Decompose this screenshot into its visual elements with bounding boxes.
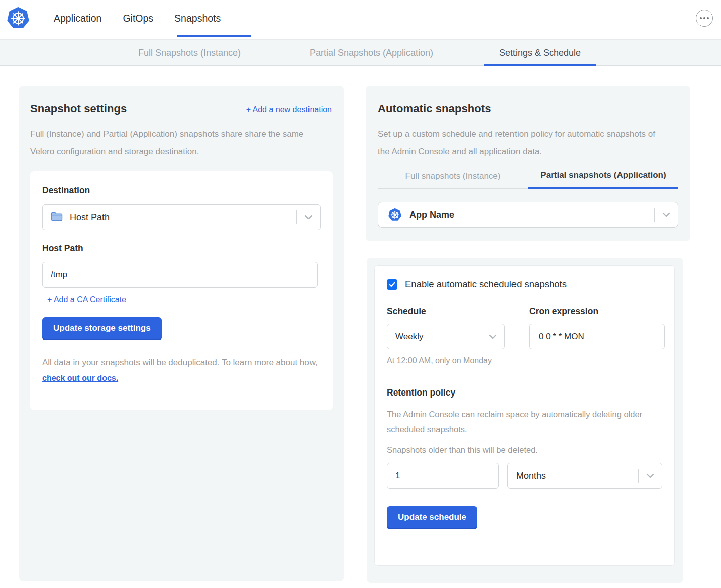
nav-item-snapshots[interactable]: Snapshots	[174, 13, 221, 24]
nav-item-application[interactable]: Application	[54, 13, 101, 24]
tab-partial-snapshots-application[interactable]: Partial Snapshots (Application)	[310, 40, 433, 66]
subtab-partial-snapshots-application[interactable]: Partial snapshots (Application)	[528, 170, 678, 189]
schedule-label: Schedule	[387, 306, 505, 317]
chevron-down-icon	[655, 212, 678, 217]
destination-value: Host Path	[70, 212, 110, 223]
active-tab-underline	[484, 64, 596, 66]
snapshot-settings-description: Full (Instance) and Partial (Application…	[30, 125, 328, 160]
chevron-down-icon	[639, 473, 662, 478]
add-ca-certificate-link[interactable]: + Add a CA Certificate	[47, 295, 126, 304]
dedupe-note: All data in your snapshots will be dedup…	[42, 355, 322, 386]
app-icon	[388, 208, 401, 221]
retention-unit-select[interactable]: Months	[507, 463, 662, 489]
schedule-card: Enable automatic scheduled snapshots Sch…	[374, 265, 675, 566]
tab-full-snapshots-instance[interactable]: Full Snapshots (Instance)	[138, 40, 241, 66]
add-destination-link[interactable]: + Add a new destination	[246, 105, 332, 114]
snapshots-tab-bar: Full Snapshots (Instance) Partial Snapsh…	[0, 39, 721, 66]
cron-expression-input[interactable]	[529, 324, 665, 349]
chevron-down-icon	[481, 334, 504, 339]
retention-policy-title: Retention policy	[387, 387, 662, 398]
host-path-input[interactable]	[42, 262, 318, 288]
automatic-snapshots-title: Automatic snapshots	[378, 102, 491, 115]
enable-snapshots-row: Enable automatic scheduled snapshots	[387, 279, 662, 290]
overflow-menu-button[interactable]	[696, 10, 713, 27]
docs-link[interactable]: check out our docs.	[42, 374, 118, 382]
update-schedule-button[interactable]: Update schedule	[387, 506, 477, 528]
retention-inputs-row: Months	[387, 463, 662, 489]
top-navigation: Application GitOps Snapshots	[0, 0, 721, 39]
schedule-panel: Enable automatic scheduled snapshots Sch…	[367, 258, 683, 583]
retention-policy-description: The Admin Console can reclaim space by a…	[387, 407, 649, 437]
automatic-snapshots-description: Set up a custom schedule and retention p…	[378, 125, 669, 160]
checkmark-icon	[389, 282, 395, 287]
ellipsis-icon	[700, 17, 702, 19]
app-name-value: App Name	[409, 210, 454, 220]
cron-expression-label: Cron expression	[529, 306, 665, 317]
snapshot-settings-panel: Snapshot settings + Add a new destinatio…	[19, 86, 344, 581]
main-nav: Application GitOps Snapshots	[54, 0, 221, 37]
tab-settings-schedule[interactable]: Settings & Schedule	[499, 40, 581, 66]
retention-hint: Snapshots older than this will be delete…	[387, 445, 662, 455]
storage-settings-card: Destination Host Path Host Path + Ad	[30, 171, 333, 410]
nav-item-gitops[interactable]: GitOps	[123, 13, 153, 24]
automatic-snapshots-panel: Automatic snapshots Set up a custom sche…	[366, 86, 690, 241]
snapshot-type-tabs: Full snapshots (Instance) Partial snapsh…	[378, 170, 678, 189]
destination-label: Destination	[42, 185, 321, 196]
app-selector[interactable]: App Name	[378, 202, 678, 228]
cron-help-text: At 12:00 AM, only on Monday	[387, 356, 505, 365]
update-storage-settings-button[interactable]: Update storage settings	[42, 317, 162, 339]
schedule-interval-select[interactable]: Weekly	[387, 324, 505, 349]
folder-icon	[51, 211, 63, 223]
snapshot-settings-title: Snapshot settings	[30, 102, 127, 115]
chevron-down-icon	[297, 215, 320, 220]
kubernetes-logo-icon	[7, 7, 29, 29]
active-nav-underline	[177, 35, 251, 37]
schedule-interval-value: Weekly	[395, 332, 423, 342]
host-path-label: Host Path	[42, 243, 321, 254]
destination-select[interactable]: Host Path	[42, 204, 321, 230]
enable-snapshots-checkbox[interactable]	[387, 279, 397, 290]
kots-admin-console: Application GitOps Snapshots Full Snapsh…	[0, 0, 721, 588]
subtab-full-snapshots-instance[interactable]: Full snapshots (Instance)	[378, 171, 528, 189]
enable-snapshots-label[interactable]: Enable automatic scheduled snapshots	[405, 279, 567, 290]
retention-value-input[interactable]	[387, 463, 499, 489]
retention-unit-value: Months	[516, 471, 546, 481]
